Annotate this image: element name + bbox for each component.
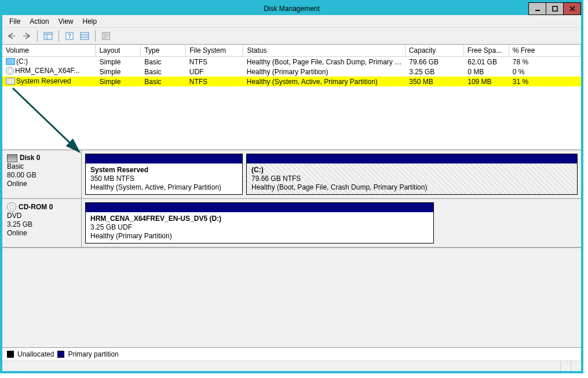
col-status[interactable]: Status (243, 45, 405, 56)
partition-stripe (247, 154, 577, 163)
legend-swatch-primary (57, 351, 64, 358)
volume-list: (C:) Simple Basic NTFS Healthy (Boot, Pa… (2, 57, 581, 150)
svg-rect-11 (81, 32, 89, 39)
window-title: Disk Management (2, 5, 581, 13)
volume-row-selected[interactable]: System Reserved Simple Basic NTFS Health… (2, 77, 581, 86)
volume-row[interactable]: HRM_CENA_X64F... Simple Basic UDF Health… (2, 67, 581, 77)
maximize-button[interactable] (546, 2, 564, 15)
forward-button[interactable] (20, 29, 34, 43)
optical-disc-icon (7, 202, 16, 212)
menu-file[interactable]: File (5, 16, 25, 27)
partition[interactable]: (C:) 79.66 GB NTFS Healthy (Boot, Page F… (246, 154, 578, 195)
toolbar: ? (2, 28, 581, 45)
disk-label[interactable]: Disk 0 Basic 80.00 GB Online (2, 150, 82, 198)
properties-icon[interactable] (99, 29, 113, 43)
back-button[interactable] (5, 29, 19, 43)
titlebar: Disk Management (2, 2, 581, 15)
window-buttons (529, 2, 581, 15)
partition-stripe (86, 203, 433, 212)
disk-row: Disk 0 Basic 80.00 GB Online System Rese… (2, 150, 581, 199)
col-capacity[interactable]: Capacity (406, 45, 464, 56)
legend-swatch-unallocated (7, 351, 14, 358)
menu-action[interactable]: Action (25, 16, 53, 27)
volume-columns: Volume Layout Type File System Status Ca… (2, 45, 581, 57)
partition[interactable]: System Reserved 350 MB NTFS Healthy (Sys… (85, 154, 243, 195)
disk-label[interactable]: CD-ROM 0 DVD 3.25 GB Online (2, 199, 82, 247)
col-volume[interactable]: Volume (2, 45, 96, 56)
volume-icon (6, 58, 15, 65)
volume-name: HRM_CENA_X64F... (15, 67, 79, 75)
legend: Unallocated Primary partition (2, 347, 581, 361)
svg-rect-6 (44, 32, 52, 39)
close-button[interactable] (563, 2, 581, 15)
help-icon[interactable]: ? (63, 29, 76, 43)
volume-icon (6, 78, 15, 85)
disk-row: CD-ROM 0 DVD 3.25 GB Online HRM_CENA_X64… (2, 199, 581, 248)
minimize-button[interactable] (528, 2, 546, 15)
col-type[interactable]: Type (141, 45, 186, 56)
partition[interactable]: HRM_CENA_X64FREV_EN-US_DV5 (D:) 3.25 GB … (85, 202, 434, 243)
volume-name: System Reserved (16, 77, 71, 85)
view-icon[interactable] (41, 29, 55, 43)
menu-help[interactable]: Help (78, 16, 102, 27)
volume-name: (C:) (16, 57, 28, 66)
menu-view[interactable]: View (54, 16, 78, 27)
svg-rect-1 (553, 6, 557, 11)
col-pctfree[interactable]: % Free (509, 45, 581, 56)
volume-row[interactable]: (C:) Simple Basic NTFS Healthy (Boot, Pa… (2, 57, 581, 67)
svg-text:?: ? (68, 33, 71, 39)
disk-area: Disk 0 Basic 80.00 GB Online System Rese… (2, 150, 581, 248)
partition-stripe (86, 154, 242, 163)
scroll-right-icon[interactable] (571, 361, 581, 371)
disk-icon (7, 154, 17, 162)
col-layout[interactable]: Layout (96, 45, 141, 56)
col-freespace[interactable]: Free Spa... (464, 45, 509, 56)
scroll-left-icon[interactable] (560, 361, 571, 371)
col-filesystem[interactable]: File System (186, 45, 243, 56)
horizontal-scrollbar[interactable] (2, 361, 581, 371)
list-view-icon[interactable] (78, 29, 92, 43)
disc-icon (6, 67, 14, 75)
menubar: File Action View Help (2, 15, 581, 28)
